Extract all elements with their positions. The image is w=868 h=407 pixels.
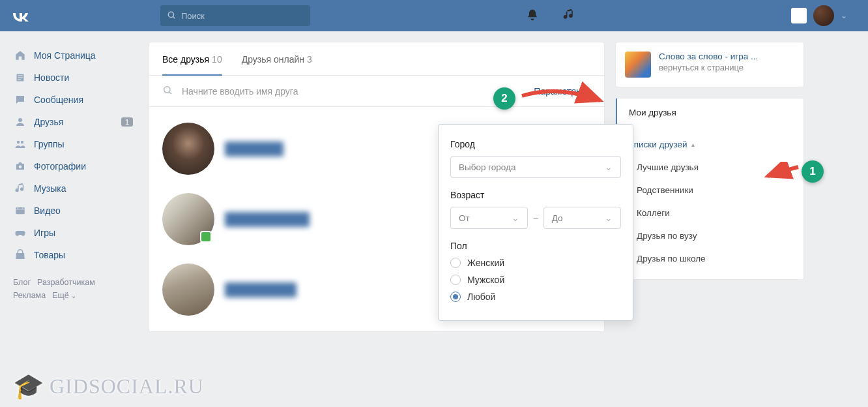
svg-point-3 — [21, 141, 24, 144]
footer-dev[interactable]: Разработчикам — [37, 278, 95, 287]
search-icon — [167, 10, 176, 22]
groups-icon — [13, 138, 27, 150]
promo-image-icon — [625, 52, 651, 78]
friend-avatar[interactable] — [162, 123, 214, 175]
city-select-value: Выбор города — [459, 162, 515, 172]
chevron-down-icon: ⌄ — [605, 213, 613, 223]
gamepad-icon — [13, 227, 27, 239]
friend-name-blurred — [225, 282, 297, 297]
friend-avatar[interactable] — [162, 264, 214, 316]
friend-lists-toggle[interactable]: Списки друзей▴ — [616, 133, 803, 156]
friend-name-blurred — [225, 212, 310, 227]
nav-market[interactable]: Товары — [8, 244, 138, 266]
nav-label: Фотографии — [34, 161, 86, 172]
radio-icon — [450, 275, 461, 285]
side-head-label: Списки друзей — [628, 140, 687, 149]
user-avatar[interactable] — [813, 5, 834, 26]
news-icon — [13, 72, 27, 83]
promo-card[interactable]: Слово за слово - игра ... вернуться к ст… — [615, 42, 804, 87]
nav-label: Музыка — [34, 183, 66, 194]
svg-point-4 — [19, 166, 22, 169]
nav-label: Друзья — [34, 117, 63, 127]
age-from-value: От — [459, 213, 470, 223]
tab-label: Друзья онлайн — [242, 54, 304, 65]
tab-all-friends[interactable]: Все друзья10 — [162, 42, 222, 75]
video-icon — [13, 205, 27, 217]
radio-icon — [450, 258, 461, 268]
age-to-select[interactable]: До⌄ — [543, 207, 621, 229]
online-mobile-icon — [200, 231, 212, 243]
gender-female-radio[interactable]: Женский — [450, 258, 621, 268]
age-to-value: До — [552, 213, 563, 223]
top-header: ⌄ — [0, 0, 868, 31]
radio-label: Любой — [467, 292, 495, 302]
chevron-down-icon: ⌄ — [605, 162, 613, 172]
vk-logo-icon[interactable] — [10, 5, 30, 26]
nav-label: Новости — [34, 72, 69, 83]
promo-subtitle: вернуться к странице — [659, 63, 758, 72]
chevron-down-icon: ⌄ — [512, 213, 519, 223]
list-university[interactable]: Друзья по вузу — [616, 224, 803, 247]
nav-music[interactable]: Музыка — [8, 177, 138, 200]
friends-search-input[interactable] — [182, 86, 534, 97]
tab-label: Все друзья — [162, 54, 209, 65]
list-school[interactable]: Друзья по школе — [616, 247, 803, 270]
nav-photos[interactable]: Фотографии — [8, 155, 138, 177]
app-thumb-icon — [791, 8, 807, 23]
friend-avatar[interactable] — [162, 193, 214, 245]
params-popup: Город Выбор города ⌄ Возраст От⌄ – До⌄ П… — [438, 124, 633, 321]
header-search-input[interactable] — [181, 11, 304, 21]
nav-messages[interactable]: Сообщения — [8, 89, 138, 111]
chevron-down-icon: ⌄ — [841, 11, 847, 20]
city-select[interactable]: Выбор города ⌄ — [450, 156, 621, 178]
nav-games[interactable]: Игры — [8, 222, 138, 244]
nav-groups[interactable]: Группы — [8, 133, 138, 155]
annotation-marker-1: 1 — [802, 160, 824, 183]
nav-label: Товары — [34, 250, 65, 260]
radio-label: Женский — [467, 258, 504, 268]
footer-blog[interactable]: Блог — [13, 278, 31, 287]
search-bar[interactable] — [160, 5, 310, 26]
city-label: Город — [450, 139, 621, 149]
watermark-text: GIDSOCIAL.RU — [50, 374, 204, 399]
annotation-arrow-2 — [519, 80, 610, 112]
tabs-row: Все друзья10 Друзья онлайн3 — [149, 42, 604, 76]
tab-count: 3 — [307, 54, 312, 65]
radio-icon — [450, 292, 461, 302]
music-note-icon — [13, 183, 27, 194]
footer-ads[interactable]: Реклама — [13, 291, 46, 300]
svg-point-1 — [18, 118, 22, 122]
tab-friends-online[interactable]: Друзья онлайн3 — [242, 42, 312, 75]
header-profile-area[interactable]: ⌄ — [791, 5, 847, 26]
promo-title: Слово за слово - игра ... — [659, 52, 758, 61]
search-icon — [162, 85, 173, 97]
music-icon[interactable] — [562, 8, 575, 23]
nav-label: Группы — [34, 139, 65, 149]
annotation-marker-2: 2 — [493, 87, 515, 110]
svg-point-2 — [17, 141, 20, 144]
nav-news[interactable]: Новости — [8, 67, 138, 89]
nav-video[interactable]: Видео — [8, 200, 138, 222]
side-panel: Мои друзья Списки друзей▴ Лучшие друзья … — [615, 98, 804, 280]
gender-any-radio[interactable]: Любой — [450, 292, 621, 302]
left-footer-links: Блог Разработчикам Реклама Ещё ⌄ — [8, 278, 138, 300]
friend-name-blurred — [225, 142, 283, 157]
age-from-select[interactable]: От⌄ — [450, 207, 528, 229]
svg-rect-5 — [16, 207, 25, 215]
list-colleagues[interactable]: Коллеги — [616, 202, 803, 224]
nav-my-page[interactable]: Моя Страница — [8, 44, 138, 67]
left-nav: Моя Страница Новости Сообщения Друзья1 Г… — [8, 42, 138, 332]
nav-label: Моя Страница — [34, 50, 96, 61]
gender-male-radio[interactable]: Мужской — [450, 275, 621, 285]
home-icon — [13, 50, 27, 61]
gender-label: Пол — [450, 241, 621, 251]
nav-friends[interactable]: Друзья1 — [8, 111, 138, 133]
footer-more[interactable]: Ещё ⌄ — [52, 291, 76, 300]
chevron-up-icon: ▴ — [691, 141, 695, 148]
dash-separator: – — [533, 213, 538, 223]
svg-point-6 — [164, 87, 170, 93]
svg-point-0 — [168, 12, 173, 17]
nav-label: Игры — [34, 228, 55, 238]
side-tab-my-friends[interactable]: Мои друзья — [616, 98, 803, 127]
notifications-icon[interactable] — [526, 8, 539, 23]
